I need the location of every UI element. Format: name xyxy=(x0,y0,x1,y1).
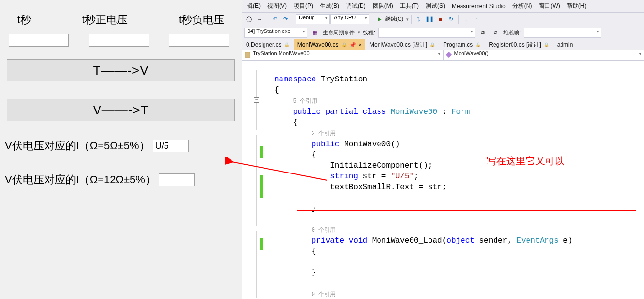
outline-toggle[interactable]: − xyxy=(254,130,259,135)
step-into-icon[interactable]: ↓ xyxy=(461,15,471,24)
menu-help[interactable]: 帮助(H) xyxy=(564,0,590,12)
input-5ohm[interactable] xyxy=(153,140,189,152)
annotation-box xyxy=(297,114,636,211)
lifecycle-label[interactable]: 生命周期事件 xyxy=(323,29,355,36)
kw-namespace: namespace xyxy=(274,75,316,84)
separator xyxy=(267,15,267,24)
lock-icon: 🔒 xyxy=(544,42,549,47)
tab-label: MoniWave00.cs [设计] xyxy=(369,41,427,49)
threads-icon[interactable]: ⧉ xyxy=(478,28,488,37)
menu-tools[interactable]: 工具(T) xyxy=(397,0,422,12)
tab-designer[interactable]: 0.Designer.cs🔒 xyxy=(242,39,294,50)
lock-icon: 🔒 xyxy=(475,42,481,47)
menu-edit[interactable]: 辑(E) xyxy=(244,0,264,12)
svg-rect-0 xyxy=(245,52,250,57)
outline-toggle[interactable]: − xyxy=(254,65,259,70)
tab-label: MoniWave00.cs xyxy=(297,41,339,48)
lock-icon: 🔒 xyxy=(284,42,290,47)
nav-class-dropdown[interactable]: TryStation.MoniWave00 xyxy=(242,50,443,60)
lifecycle-icon[interactable]: ▦ xyxy=(310,28,320,37)
continue-icon[interactable]: ▶ xyxy=(375,15,384,24)
svg-rect-1 xyxy=(446,51,451,57)
label-12ohm: V伏电压对应的I（Ω=12Ω±5%） xyxy=(5,173,156,187)
menu-measurement[interactable]: Measurement Studio xyxy=(449,1,509,11)
nav-member-dropdown[interactable]: MoniWave00() xyxy=(443,50,644,60)
threads-icon-2[interactable]: ⧉ xyxy=(491,28,500,37)
tab-moniwave-design[interactable]: MoniWave00.cs [设计]🔒 xyxy=(365,39,439,50)
form-panel: t秒 t秒正电压 t秒负电压 T——->V V——->T V伏电压对应的I（Ω=… xyxy=(0,0,242,299)
dropdown-thread[interactable] xyxy=(378,28,475,38)
menu-view[interactable]: 视图(V) xyxy=(264,0,290,12)
pin-icon[interactable]: 📌 xyxy=(349,42,356,48)
nav-back-icon[interactable]: ◯ xyxy=(244,15,254,24)
type-eventargs: EventArgs xyxy=(516,236,558,245)
separator xyxy=(458,15,459,24)
undo-icon[interactable]: ↶ xyxy=(270,15,280,24)
gutter: − − − − xyxy=(242,61,264,299)
close-icon[interactable]: × xyxy=(359,42,362,47)
button-v-to-t[interactable]: V——->T xyxy=(7,99,235,121)
redo-icon[interactable]: ↷ xyxy=(281,15,290,24)
nav-class-text: TryStation.MoniWave00 xyxy=(253,50,310,56)
menu-project[interactable]: 项目(P) xyxy=(291,0,316,12)
separator xyxy=(372,15,372,24)
button-t-to-v[interactable]: T——->V xyxy=(7,59,235,81)
input-t-sec[interactable] xyxy=(9,34,69,47)
lock-icon: 🔒 xyxy=(429,42,435,47)
tab-label: Program.cs xyxy=(443,41,473,48)
menu-bar: 辑(E) 视图(V) 项目(P) 生成(B) 调试(D) 团队(M) 工具(T)… xyxy=(242,0,644,13)
nav-bar: TryStation.MoniWave00 MoniWave00() xyxy=(242,50,644,61)
menu-analyze[interactable]: 分析(N) xyxy=(510,0,535,12)
tab-admin[interactable]: admin xyxy=(553,39,577,50)
label-5ohm: V伏电压对应的I（Ω=5Ω±5%） xyxy=(5,139,150,153)
step-out-icon[interactable]: ↑ xyxy=(472,15,481,24)
ide: 辑(E) 视图(V) 项目(P) 生成(B) 调试(D) 团队(M) 工具(T)… xyxy=(242,0,644,299)
param-e: e xyxy=(563,236,568,245)
menu-debug[interactable]: 调试(D) xyxy=(343,0,369,12)
change-marker xyxy=(260,238,263,250)
stackframe-label: 堆栈帧: xyxy=(503,29,521,36)
menu-team[interactable]: 团队(M) xyxy=(370,0,396,12)
input-t-neg[interactable] xyxy=(169,34,229,47)
tab-register[interactable]: Register00.cs [设计]🔒 xyxy=(485,39,553,50)
tab-program[interactable]: Program.cs🔒 xyxy=(439,39,485,50)
kw-void: void xyxy=(349,236,367,245)
step-over-icon[interactable]: ⤵ xyxy=(414,15,424,24)
input-t-pos[interactable] xyxy=(89,34,149,47)
outline-toggle[interactable]: − xyxy=(254,97,259,103)
codelens-ref[interactable]: 0 个引用 xyxy=(312,227,336,234)
ns-name: TryStation xyxy=(321,75,367,84)
restart-icon[interactable]: ↻ xyxy=(446,15,456,24)
tab-moniwave-cs[interactable]: MoniWave00.cs🔒📌× xyxy=(294,39,365,50)
outline-toggle[interactable]: − xyxy=(254,226,259,231)
dropdown-platform[interactable]: Any CPU xyxy=(330,14,369,24)
thread-label: 线程: xyxy=(363,29,375,36)
menu-window[interactable]: 窗口(W) xyxy=(536,0,562,12)
codelens-ref[interactable]: 5 个引用 xyxy=(293,98,317,105)
pause-icon[interactable]: ❚❚ xyxy=(425,15,434,24)
input-12ohm[interactable] xyxy=(159,173,195,186)
kw-private: private xyxy=(312,236,344,245)
dropdown-process[interactable]: 04] TryStation.exe xyxy=(244,28,307,38)
code-editor[interactable]: − − − − namespace TryStation { 5 个引用 pub… xyxy=(242,61,644,299)
menu-build[interactable]: 生成(B) xyxy=(317,0,342,12)
outline-line xyxy=(256,70,257,298)
tab-label: admin xyxy=(557,41,573,48)
class-icon xyxy=(244,51,251,58)
input-row xyxy=(3,34,239,59)
tab-label: 0.Designer.cs xyxy=(246,41,281,48)
nav-member-text: MoniWave00() xyxy=(454,50,489,56)
dropdown-config[interactable]: Debug xyxy=(296,14,330,24)
nav-fwd-icon[interactable]: → xyxy=(255,15,264,24)
method-load: MoniWave00_Load xyxy=(372,236,442,245)
dropdown-stackframe[interactable] xyxy=(524,28,601,38)
codelens-ref[interactable]: 0 个引用 xyxy=(312,291,336,298)
label-t-neg: t秒负电压 xyxy=(179,13,224,27)
continue-label[interactable]: 继续(C) xyxy=(385,16,405,23)
stop-icon[interactable]: ■ xyxy=(435,15,445,24)
menu-test[interactable]: 测试(S) xyxy=(423,0,448,12)
change-marker xyxy=(260,146,263,158)
tab-label: Register00.cs [设计] xyxy=(489,41,541,49)
toolbar-debug: 04] TryStation.exe ▦ 生命周期事件▾ 线程: ⧉ ⧉ 堆栈帧… xyxy=(242,26,644,39)
label-t-sec: t秒 xyxy=(17,13,31,27)
